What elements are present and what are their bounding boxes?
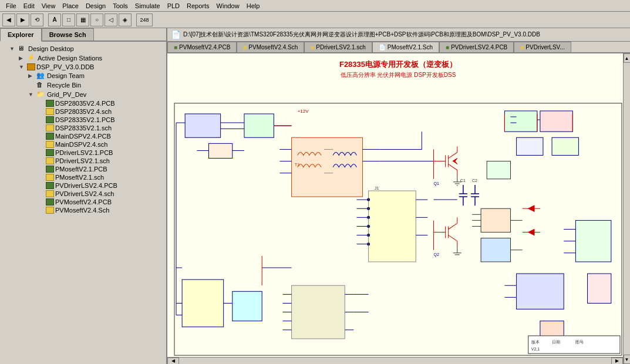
vertical-scrollbar[interactable]: ▲ ▼ — [623, 53, 630, 364]
pcb-tab-icon: ■ — [174, 44, 177, 50]
canvas-col: F28335电源专用开发板（逆变板） 低压高分辨率 光伏并网电源 DSP开发板D… — [167, 53, 623, 364]
toolbar-special[interactable]: ◈ — [119, 14, 132, 26]
scroll-left-btn[interactable]: ◀ — [167, 358, 179, 365]
horizontal-scrollbar[interactable]: ◀ ▶ — [167, 357, 623, 364]
svg-point-29 — [368, 216, 370, 218]
tree-panel: ▼ 🖥 Design Desktop ▶ ⚡ Active Design Sta… — [0, 42, 166, 364]
toolbar: ◀ ▶ ⟲ A □ ▦ ○ ◁ ◈ 248 — [0, 12, 630, 28]
sch-active-icon: 📄 — [379, 44, 386, 50]
scroll-down-btn[interactable]: ▼ — [624, 355, 631, 364]
menu-tools[interactable]: Tools — [109, 1, 132, 11]
menu-simulate[interactable]: Simulate — [132, 1, 164, 11]
file-tab-pvmoseft-sch[interactable]: ■ PVMoseftV2.4.Sch — [237, 42, 304, 52]
list-item[interactable]: DSP28035V2.4.PCB — [0, 99, 166, 107]
svg-rect-33 — [504, 111, 537, 132]
toolbar-248[interactable]: 248 — [136, 14, 153, 26]
svg-text:版本: 版本 — [531, 340, 540, 344]
toolbar-refresh[interactable]: ⟲ — [31, 14, 43, 26]
menu-pld[interactable]: PLD — [164, 1, 183, 11]
schematic-subtitle: 低压高分辨率 光伏并网电源 DSP开发板DSS — [173, 71, 623, 79]
horiz-scroll-track[interactable] — [180, 359, 610, 363]
list-item[interactable]: DSP28335V2.1.sch — [0, 124, 166, 132]
svg-rect-36 — [517, 137, 543, 155]
menu-window[interactable]: Window — [213, 1, 243, 11]
menu-place[interactable]: Place — [59, 1, 82, 11]
list-item[interactable]: PDriverLSV2.1.sch — [0, 157, 166, 165]
scroll-up-btn[interactable]: ▲ — [624, 53, 631, 63]
svg-text:T1: T1 — [295, 162, 301, 167]
list-item[interactable]: PMoseftV2.1.sch — [0, 173, 166, 181]
tree-active-stations[interactable]: ▶ ⚡ Active Design Stations — [0, 53, 166, 63]
tree-design-team[interactable]: ▶ 👥 Design Team — [0, 71, 166, 80]
menu-file[interactable]: File — [2, 1, 20, 11]
svg-rect-112 — [528, 336, 620, 353]
toolbar-rect[interactable]: □ — [62, 14, 75, 26]
list-item[interactable]: MainDSPV2.4.sch — [0, 140, 166, 149]
tab-browse-sch[interactable]: Browse Sch — [42, 28, 94, 41]
scroll-right-btn[interactable]: ▶ — [611, 358, 623, 365]
main-layout: Explorer Browse Sch ▼ 🖥 Design Desktop ▶… — [0, 28, 630, 364]
list-item[interactable]: PVDriverLSV2.4.PCB — [0, 181, 166, 190]
svg-rect-59 — [517, 274, 564, 309]
file-tab-pmoseft-sch[interactable]: 📄 PMoseftV2.1.Sch — [372, 42, 439, 53]
svg-rect-4 — [244, 114, 274, 137]
menu-edit[interactable]: Edit — [20, 1, 38, 11]
right-panel: 📄 D:\[07]技术创新\设计资源\TMS320F28335光伏离网并网逆变器… — [167, 28, 630, 364]
sch-tab-icon: ■ — [243, 44, 247, 50]
svg-point-28 — [368, 207, 370, 210]
file-tab-pvdriver-last[interactable]: ■ PVDriverLSV... — [514, 42, 571, 52]
list-item[interactable]: MainDSPV2.4.PCB — [0, 132, 166, 140]
svg-text:V2.1: V2.1 — [531, 347, 540, 351]
svg-rect-117 — [481, 208, 510, 232]
menu-bar: File Edit View Place Design Tools Simula… — [0, 0, 630, 12]
svg-text:Q2: Q2 — [433, 252, 439, 257]
svg-point-30 — [368, 225, 370, 227]
svg-point-32 — [368, 243, 370, 245]
svg-text:C2: C2 — [472, 178, 477, 183]
list-item[interactable]: PVMoseftV2.4.Sch — [0, 206, 166, 214]
list-item[interactable]: PDriverLSV2.1.PCB — [0, 149, 166, 157]
tree-ddb[interactable]: ▼ DSP_PV_V3.0.DDB — [0, 63, 166, 71]
toolbar-grid[interactable]: ▦ — [76, 14, 89, 26]
svg-point-31 — [368, 234, 370, 237]
svg-text:图号: 图号 — [575, 340, 584, 344]
toolbar-back[interactable]: ◀ — [2, 14, 15, 26]
path-text: D:\[07]技术创新\设计资源\TMS320F28335光伏离网并网逆变器设计… — [183, 31, 540, 39]
svg-rect-37 — [552, 137, 578, 155]
schematic-svg: +12V J1 Q1 Q2 C1 C2 T1 — [173, 80, 623, 357]
toolbar-text[interactable]: A — [48, 14, 61, 26]
canvas-wrapper: F28335电源专用开发板（逆变板） 低压高分辨率 光伏并网电源 DSP开发板D… — [167, 53, 630, 364]
schematic-canvas[interactable]: F28335电源专用开发板（逆变板） 低压高分辨率 光伏并网电源 DSP开发板D… — [167, 53, 623, 357]
svg-rect-39 — [588, 274, 611, 303]
tree-recycle-bin[interactable]: 🗑 Recycle Bin — [0, 80, 166, 90]
schematic-title: F28335电源专用开发板（逆变板） — [173, 59, 623, 70]
file-tab-pvdriver-pcb[interactable]: ■ PVDriverLSV2.4.PCB — [439, 42, 514, 52]
svg-rect-119 — [487, 161, 510, 179]
tree-grid-pv-dev[interactable]: ▼ 📁 Grid_PV_Dev — [0, 90, 166, 99]
path-bar: 📄 D:\[07]技术创新\设计资源\TMS320F28335光伏离网并网逆变器… — [167, 28, 630, 42]
svg-rect-6 — [208, 143, 232, 158]
toolbar-arrow[interactable]: ◁ — [105, 14, 117, 26]
toolbar-ellipse[interactable]: ○ — [90, 14, 103, 26]
pcb-tab-icon2: ■ — [446, 44, 449, 50]
menu-design[interactable]: Design — [82, 1, 109, 11]
file-tab-pvmoseft-pcb[interactable]: ■ PVMoseftV2.4.PCB — [167, 42, 237, 52]
menu-reports[interactable]: Reports — [183, 1, 213, 11]
sch-tab-icon3: ■ — [520, 44, 524, 50]
svg-text:Q1: Q1 — [433, 181, 439, 186]
file-tab-pdriver-sch[interactable]: ■ PDriverLSV2.1.sch — [304, 42, 372, 52]
svg-rect-17 — [369, 191, 416, 262]
vert-scroll-track[interactable] — [625, 64, 629, 353]
menu-view[interactable]: View — [38, 1, 59, 11]
tab-explorer[interactable]: Explorer — [0, 28, 42, 42]
svg-rect-1 — [185, 114, 220, 137]
svg-rect-34 — [540, 111, 572, 132]
list-item[interactable]: DSP28035V2.4.sch — [0, 107, 166, 116]
menu-help[interactable]: Help — [243, 1, 264, 11]
list-item[interactable]: PVMoseftV2.4.PCB — [0, 198, 166, 206]
toolbar-fwd[interactable]: ▶ — [16, 14, 29, 26]
list-item[interactable]: PVDriverLSV2.4.sch — [0, 190, 166, 198]
list-item[interactable]: PMoseftV2.1.PCB — [0, 165, 166, 173]
list-item[interactable]: DSP28335V2.1.PCB — [0, 116, 166, 124]
tree-design-desktop[interactable]: ▼ 🖥 Design Desktop — [0, 44, 166, 53]
